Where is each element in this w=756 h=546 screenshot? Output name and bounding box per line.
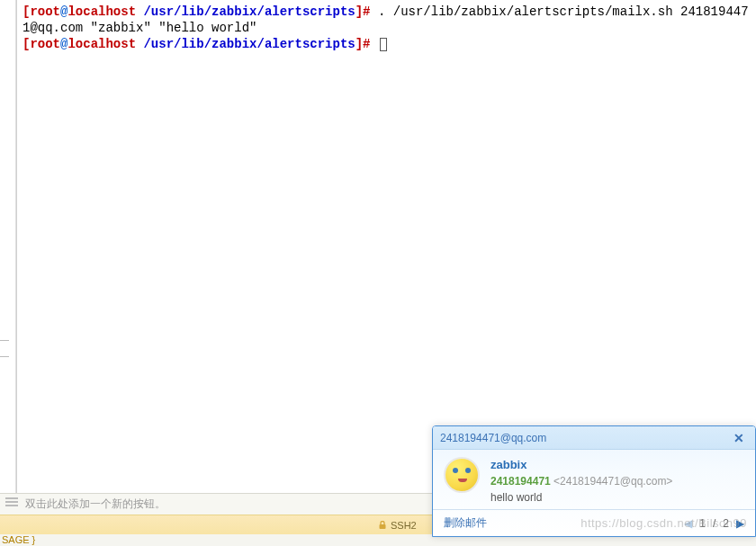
svg-rect-0 [380, 524, 386, 529]
avatar [444, 457, 480, 493]
toolbar-hint: 双击此处添加一个新的按钮。 [25, 497, 166, 512]
cursor [380, 38, 387, 51]
prompt-bracket-close: ] [356, 4, 363, 19]
status-protocol: SSH2 [378, 520, 417, 531]
notification-message: hello world [490, 489, 672, 506]
notification-footer: 删除邮件 ◀ 1/2 ▶ [433, 509, 755, 536]
pager-prev-icon[interactable]: ◀ [684, 517, 692, 530]
bottom-tab-label: SAGE } [2, 534, 35, 545]
mail-notification: 2418194471@qq.com ✕ zabbix 2418194471 <2… [432, 425, 756, 537]
prompt-host: localhost [68, 4, 136, 19]
hamburger-icon[interactable] [5, 497, 18, 499]
prompt-hash: # [363, 37, 370, 51]
lock-icon [378, 521, 387, 530]
notification-body: zabbix 2418194471 <2418194471@qq.com> he… [433, 450, 755, 509]
status-protocol-label: SSH2 [391, 520, 417, 531]
pager-current: 1 [699, 517, 706, 530]
delete-mail-link[interactable]: 删除邮件 [444, 515, 487, 531]
terminal-output: [root@localhost /usr/lib/zabbix/alertscr… [17, 0, 756, 56]
notification-header-email: 2418194471@qq.com [440, 432, 546, 444]
pager-total: 2 [723, 517, 729, 530]
bottom-tab[interactable]: SAGE } [0, 534, 35, 546]
pager-next-icon[interactable]: ▶ [736, 517, 744, 530]
prompt-path: /usr/lib/zabbix/alertscripts [143, 37, 355, 51]
gutter-tick [0, 340, 9, 341]
notification-sender: 2418194471 <2418194471@qq.com> [490, 473, 672, 489]
terminal-area[interactable]: [root@localhost /usr/lib/zabbix/alertscr… [16, 0, 756, 493]
prompt-user: root [30, 4, 60, 19]
notification-sender-id: 2418194471 [490, 475, 551, 488]
prompt-path: /usr/lib/zabbix/alertscripts [143, 4, 355, 19]
left-gutter [0, 0, 16, 493]
notification-subject[interactable]: zabbix [490, 457, 672, 473]
notification-header: 2418194471@qq.com ✕ [433, 426, 755, 450]
pager: ◀ 1/2 ▶ [684, 517, 744, 530]
close-icon[interactable]: ✕ [730, 431, 748, 445]
prompt-host: localhost [68, 37, 136, 51]
pager-sep: / [713, 517, 716, 530]
prompt-bracket-close: ] [356, 37, 363, 51]
prompt-hash: # [363, 4, 370, 19]
notification-sender-addr: <2418194471@qq.com> [554, 475, 672, 488]
prompt-user: root [30, 37, 60, 51]
gutter-tick [0, 356, 9, 357]
notification-text: zabbix 2418194471 <2418194471@qq.com> he… [490, 457, 672, 504]
